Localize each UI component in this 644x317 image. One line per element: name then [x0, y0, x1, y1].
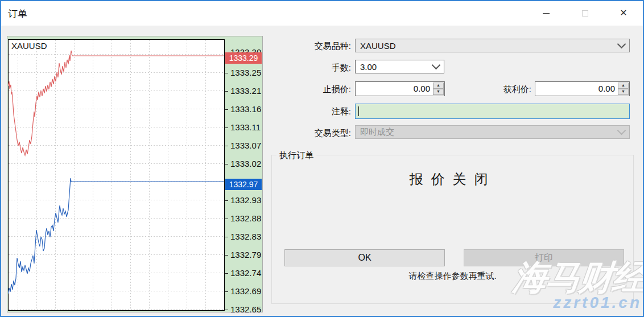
- price-tick-label: 1333.16: [230, 104, 261, 114]
- quotes-closed-status: 报价关闭: [271, 170, 634, 188]
- symbol-field-label: 交易品种:: [266, 41, 351, 52]
- minimize-button[interactable]: [527, 1, 565, 25]
- window-title: 订单: [8, 7, 27, 20]
- price-tick-label: 1333.07: [230, 141, 261, 150]
- symbol-select[interactable]: XAUUSD: [355, 39, 630, 52]
- price-tick-mark: [225, 255, 228, 256]
- chart-symbol-label: XAUUSD: [11, 41, 47, 51]
- symbol-select-value: XAUUSD: [360, 41, 396, 51]
- price-tick-mark: [225, 219, 228, 219]
- takeprofit-value: 0.00: [535, 82, 617, 96]
- price-tick-mark: [225, 310, 228, 310]
- close-icon: ✕: [620, 9, 627, 18]
- price-tick-label: 1332.79: [230, 250, 261, 260]
- minimize-icon: [543, 13, 550, 14]
- price-tick-label: 1333.11: [230, 122, 261, 132]
- takeprofit-field-label: 获利价:: [446, 84, 531, 95]
- chart-plot: [8, 39, 225, 311]
- takeprofit-input[interactable]: 0.00 ▲ ▼: [535, 81, 630, 96]
- price-tick-mark: [225, 146, 228, 146]
- watermark-url: zzrt01.cn: [553, 294, 642, 312]
- price-tick-mark: [225, 237, 228, 237]
- price-scale: 1333.301333.251333.211333.161333.111333.…: [224, 36, 263, 312]
- price-tick-mark: [225, 200, 228, 201]
- stoploss-field-label: 止损价:: [266, 84, 351, 95]
- price-tick-mark: [225, 127, 228, 128]
- ok-button[interactable]: OK: [284, 249, 445, 266]
- type-field-label: 交易类型:: [266, 128, 351, 139]
- volume-select[interactable]: 3.00: [355, 60, 444, 73]
- price-tick-mark: [225, 109, 228, 110]
- price-tick-label: 1332.69: [230, 286, 261, 296]
- price-tick-label: 1332.74: [230, 268, 261, 278]
- close-button[interactable]: ✕: [604, 1, 643, 25]
- chevron-down-icon: [617, 40, 626, 49]
- stoploss-input[interactable]: 0.00 ▲ ▼: [355, 81, 445, 96]
- bid-price-badge: 1332.97: [225, 179, 262, 190]
- title-bar: 订单 ✕: [1, 1, 643, 26]
- chevron-down-icon: [432, 61, 441, 70]
- volume-field-label: 手数:: [266, 63, 351, 73]
- comment-field-label: 注释:: [266, 106, 351, 117]
- price-tick-mark: [225, 291, 228, 292]
- trade-type-select[interactable]: 即时成交: [355, 125, 630, 139]
- text-caret: [358, 106, 359, 116]
- order-dialog: 订单 ✕ XAUUSD 1333.301333.251333.211333.16…: [0, 0, 644, 317]
- price-tick-label: 1333.25: [230, 68, 261, 77]
- takeprofit-increment-button[interactable]: ▲: [618, 83, 629, 89]
- maximize-icon: [582, 10, 588, 17]
- price-tick-mark: [225, 164, 228, 164]
- trade-type-value: 即时成交: [360, 127, 394, 138]
- price-tick-label: 1332.88: [230, 213, 261, 223]
- stoploss-decrement-button[interactable]: ▼: [433, 89, 444, 95]
- maximize-button[interactable]: [565, 1, 604, 25]
- price-tick-label: 1333.21: [230, 86, 261, 96]
- price-tick-mark: [225, 91, 228, 92]
- comment-input[interactable]: [355, 104, 630, 119]
- price-tick-label: 1332.93: [230, 195, 261, 205]
- price-tick-mark: [225, 273, 228, 274]
- stoploss-value: 0.00: [356, 82, 432, 96]
- stoploss-increment-button[interactable]: ▲: [433, 83, 444, 89]
- ask-price-badge: 1333.29: [225, 52, 262, 64]
- takeprofit-decrement-button[interactable]: ▼: [618, 89, 629, 95]
- price-tick-label: 1332.83: [230, 232, 261, 241]
- execute-order-group-title: 执行订单: [276, 150, 316, 161]
- price-tick-label: 1332.65: [230, 304, 261, 312]
- chevron-down-icon: [617, 126, 626, 135]
- price-tick-label: 1333.02: [230, 159, 261, 168]
- volume-select-value: 3.00: [360, 62, 377, 72]
- price-tick-mark: [225, 73, 228, 73]
